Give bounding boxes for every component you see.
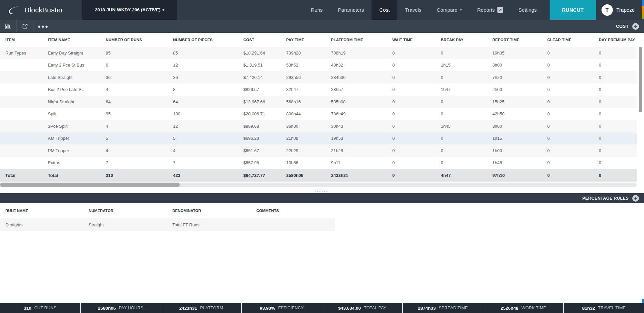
nav-item-parameters[interactable]: Parameters — [330, 0, 372, 20]
cost-table-total-row: TotalTotal310423$64,727.772580h062423h31… — [0, 169, 644, 182]
cell: 0 — [547, 136, 599, 141]
cell: 0 — [547, 160, 599, 165]
cell: 0 — [441, 111, 492, 116]
column-header: DENOMINATOR — [172, 209, 256, 213]
cell: Extras — [48, 160, 106, 165]
cell: 15h25 — [492, 99, 547, 104]
user-menu[interactable]: T Trapeze — [596, 0, 644, 20]
cell: 0 — [547, 50, 599, 56]
nav-item-settings[interactable]: Settings — [511, 0, 544, 20]
table-row[interactable]: AM Tripper55$696.2321h0819h53001h1500 — [0, 132, 644, 145]
cell: Run Types — [5, 50, 48, 56]
cell: 0 — [441, 136, 492, 141]
user-name: Trapeze — [617, 7, 635, 13]
cell: 0 — [547, 99, 599, 104]
horizontal-scrollbar[interactable] — [0, 183, 637, 187]
app-logo-icon — [7, 6, 21, 14]
cell: 0 — [392, 50, 441, 56]
cell: 3Pce Split — [48, 124, 106, 129]
rule-row[interactable]: StraightsStraightTotal FT Runs — [0, 218, 335, 231]
cell: 12 — [173, 124, 243, 129]
status-metric: 93.93%EFFICIENCY — [242, 303, 322, 313]
export-button[interactable] — [17, 20, 33, 33]
metric-label: SPREAD TIME — [439, 306, 468, 310]
cell: 64 — [173, 99, 243, 104]
metric-value: 81h32 — [582, 306, 595, 311]
cell: PM Tripper — [48, 148, 106, 153]
table-row[interactable]: Extras77$657.9810h569h11001h4500 — [0, 157, 644, 169]
cell: 739h28 — [286, 50, 331, 56]
cell: 7 — [173, 160, 243, 165]
cell: 1h00 — [492, 148, 547, 153]
cell: 22h29 — [286, 148, 331, 153]
cost-table: ITEMITEM NAMENUMBER OF RUNSNUMBER OF PIE… — [0, 33, 644, 182]
bar-chart-icon — [5, 23, 12, 29]
table-row[interactable]: Bus 2 Pce Late St.48$826.5732h4728h5701h… — [0, 84, 644, 96]
nav-menu: RunsParametersCostTravelsCompare▾Reports… — [303, 0, 545, 20]
cell: 0 — [392, 124, 441, 129]
column-header: CLEAR TIME — [547, 38, 599, 42]
app-title: BlockBuster — [25, 6, 63, 14]
status-metric: 2874h33SPREAD TIME — [403, 303, 483, 313]
cell: 53h52 — [286, 63, 331, 68]
nav-item-travels[interactable]: Travels — [397, 0, 429, 20]
total-cell: 0 — [392, 173, 441, 178]
percentage-rules-header-bar: PERCENTAGE RULES + — [0, 193, 644, 203]
metric-value: $43,634.00 — [338, 306, 361, 311]
edge-strip-segment — [642, 6, 644, 14]
add-percentage-rule-button[interactable]: + — [632, 195, 639, 202]
cell: 2h00 — [492, 87, 547, 92]
nav-item-compare[interactable]: Compare▾ — [429, 0, 470, 20]
cell: 0 — [547, 87, 599, 92]
table-row[interactable]: Split95190$20,006.71800h44736h490042h500… — [0, 108, 644, 120]
cell: 0 — [441, 99, 492, 104]
chevron-down-icon: ▾ — [162, 8, 164, 12]
cell: 4 — [106, 148, 173, 153]
nav-item-runs[interactable]: Runs — [303, 0, 330, 20]
nav-item-reports[interactable]: Reports↗ — [470, 0, 511, 20]
panel-splitter: :::::::: — [0, 187, 644, 193]
cell: 85 — [173, 50, 243, 56]
cell: 1h15 — [441, 63, 492, 68]
cell: $7,420.14 — [243, 75, 286, 80]
status-metric: $43,634.00TOTAL PAY — [322, 303, 403, 313]
column-header: WAIT TIME — [392, 38, 441, 42]
metric-value: 2580h06 — [98, 306, 116, 311]
metric-label: TRAVEL TIME — [598, 306, 626, 310]
status-bar: 310CUT RUNS2580h06PAY HOURS2423h31PLATFO… — [0, 303, 644, 313]
splitter-handle[interactable]: :::::::: — [315, 189, 329, 191]
column-header: NUMBER OF RUNS — [106, 38, 173, 42]
table-row[interactable]: Night Straight6464$13,967.66568h16535h08… — [0, 96, 644, 108]
nav-item-label: Cost — [379, 7, 390, 13]
table-row[interactable]: Early 2 Pce St Bus612$1,319.5153h5248h32… — [0, 59, 644, 72]
cost-panel-toolbar: ●●● COST + — [0, 20, 644, 33]
vertical-scrollbar-thumb[interactable] — [639, 47, 642, 112]
nav-item-cost[interactable]: Cost — [372, 0, 397, 20]
table-row[interactable]: Run TypesEarly Day Straight8585$18,291.6… — [0, 47, 644, 59]
metric-label: TOTAL PAY — [364, 306, 386, 310]
cell: $826.57 — [243, 87, 286, 92]
add-cost-item-button[interactable]: + — [632, 23, 639, 30]
more-options-button[interactable]: ●●● — [33, 20, 53, 33]
horizontal-scrollbar-thumb[interactable] — [0, 183, 180, 187]
cell: 0 — [392, 160, 441, 165]
status-metric: 310CUT RUNS — [0, 303, 81, 313]
rules-header-row: RULE NAMENUMERATORDENOMINATORCOMMENTS — [0, 203, 644, 218]
cell: 36h30 — [286, 124, 331, 129]
cell: $1,319.51 — [243, 63, 286, 68]
cell: 0 — [547, 124, 599, 129]
table-row[interactable]: 3Pce Split412$889.6836h3030h4301h453h000… — [0, 120, 644, 132]
table-row[interactable]: Late Straight3636$7,420.14293h56284h3000… — [0, 71, 644, 84]
cell: 12 — [173, 63, 243, 68]
column-header: REPORT TIME — [492, 38, 547, 42]
runcut-button[interactable]: RUNCUT — [550, 0, 596, 20]
session-selector[interactable]: 2018-JUN-WKDY-206 (ACTIVE) ▾ — [82, 0, 177, 20]
table-row[interactable]: PM Tripper44$651.6722h2921h29001h0000 — [0, 144, 644, 157]
chart-view-button[interactable] — [0, 20, 16, 33]
cell: 535h08 — [331, 99, 392, 104]
cell: 0 — [392, 75, 441, 80]
metric-value: 93.93% — [260, 306, 275, 311]
cell: 28h57 — [331, 87, 392, 92]
vertical-scrollbar[interactable] — [637, 33, 644, 182]
avatar[interactable]: T — [601, 4, 613, 16]
